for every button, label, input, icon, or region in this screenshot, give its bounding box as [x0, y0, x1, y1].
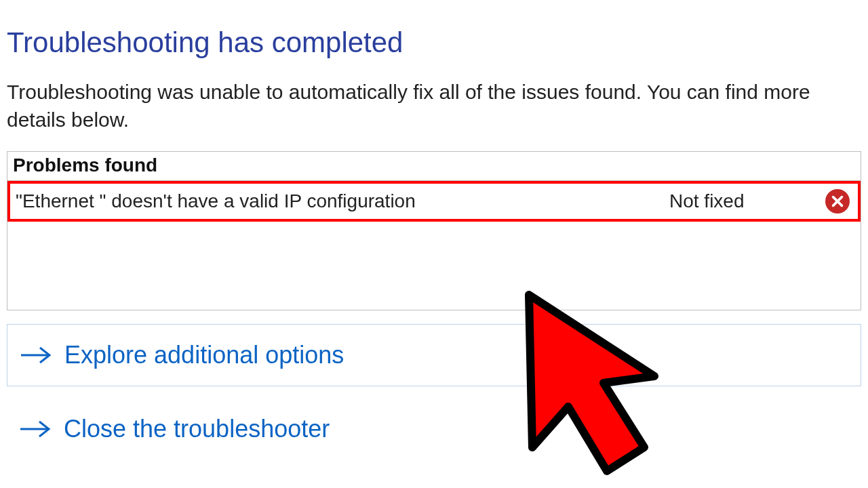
problem-row[interactable]: "Ethernet " doesn't have a valid IP conf… — [7, 181, 861, 222]
explore-additional-options-button[interactable]: Explore additional options — [7, 324, 861, 386]
problem-name: "Ethernet " doesn't have a valid IP conf… — [16, 190, 669, 212]
page-title: Troubleshooting has completed — [7, 27, 861, 58]
close-troubleshooter-button[interactable]: Close the troubleshooter — [7, 399, 861, 443]
problems-found-table: Problems found "Ethernet " doesn't have … — [7, 151, 861, 310]
option-label: Close the troubleshooter — [64, 415, 330, 443]
arrow-right-icon — [20, 343, 52, 367]
page-description: Troubleshooting was unable to automatica… — [7, 79, 861, 134]
error-x-icon — [825, 189, 850, 214]
problem-status: Not fixed — [669, 190, 818, 212]
troubleshooter-panel: Troubleshooting has completed Troublesho… — [0, 0, 868, 443]
arrow-right-icon — [19, 417, 52, 441]
table-empty-space — [7, 222, 861, 310]
option-label: Explore additional options — [64, 341, 344, 369]
problems-found-heading: Problems found — [7, 152, 861, 181]
